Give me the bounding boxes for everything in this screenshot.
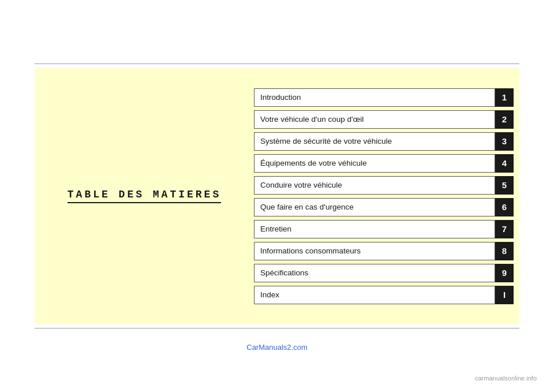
- main-content: TABLE DES MATIERES Introduction1Votre vé…: [35, 68, 519, 324]
- table-row[interactable]: Conduire votre véhicule5: [254, 176, 514, 195]
- toc-label-6: Que faire en cas d'urgence: [254, 198, 495, 216]
- toc-number-9: 9: [495, 264, 514, 282]
- carmanuals-link[interactable]: CarManuals2.com: [246, 343, 308, 352]
- watermark: carmanualsonline.info: [475, 375, 537, 382]
- toc-label-7: Entretien: [254, 220, 495, 238]
- toc-label-3: Système de sécurité de votre véhicule: [254, 132, 495, 151]
- table-row[interactable]: Système de sécurité de votre véhicule3: [254, 132, 514, 151]
- toc-number-1: 1: [495, 88, 514, 107]
- toc-label-4: Équipements de votre véhicule: [254, 154, 495, 173]
- toc-number-8: 8: [495, 242, 514, 260]
- toc-number-6: 6: [495, 198, 514, 216]
- toc-number-5: 5: [495, 176, 514, 195]
- left-section: TABLE DES MATIERES: [35, 68, 254, 324]
- table-row[interactable]: Informations consommateurs8: [254, 242, 514, 260]
- table-row[interactable]: Équipements de votre véhicule4: [254, 154, 514, 173]
- top-divider: [35, 64, 519, 64]
- title-block: TABLE DES MATIERES: [68, 189, 221, 203]
- table-row[interactable]: Entretien7: [254, 220, 514, 238]
- toc-label-8: Informations consommateurs: [254, 242, 495, 260]
- table-row[interactable]: Votre véhicule d'un coup d'œil2: [254, 110, 514, 129]
- toc-number-3: 3: [495, 132, 514, 151]
- table-of-contents-title: TABLE DES MATIERES: [68, 189, 221, 203]
- toc-number-10: I: [495, 286, 514, 304]
- table-row[interactable]: Spécifications9: [254, 264, 514, 282]
- toc-number-4: 4: [495, 154, 514, 173]
- toc-list: Introduction1Votre véhicule d'un coup d'…: [254, 77, 519, 316]
- toc-label-5: Conduire votre véhicule: [254, 176, 495, 195]
- bottom-divider: [35, 328, 519, 328]
- table-row[interactable]: Introduction1: [254, 88, 514, 107]
- table-row[interactable]: IndexI: [254, 286, 514, 304]
- toc-number-7: 7: [495, 220, 514, 238]
- toc-label-10: Index: [254, 286, 495, 304]
- toc-label-9: Spécifications: [254, 264, 495, 282]
- page-container: TABLE DES MATIERES Introduction1Votre vé…: [0, 0, 554, 392]
- toc-number-2: 2: [495, 110, 514, 129]
- table-row[interactable]: Que faire en cas d'urgence6: [254, 198, 514, 216]
- toc-label-2: Votre véhicule d'un coup d'œil: [254, 110, 495, 129]
- toc-label-1: Introduction: [254, 88, 495, 107]
